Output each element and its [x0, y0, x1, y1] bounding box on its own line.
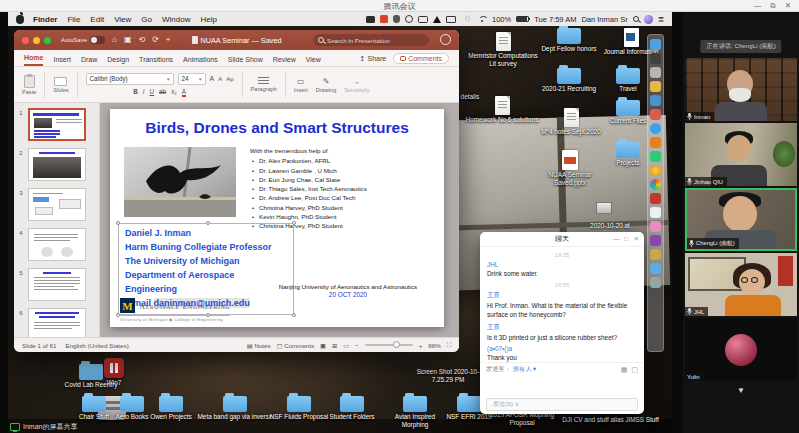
thumbnail-row[interactable]: 1	[14, 108, 99, 141]
add-icon[interactable]: +	[166, 36, 171, 44]
dock-app-icon[interactable]	[650, 263, 661, 274]
zoom-slider[interactable]	[365, 344, 413, 346]
thumbnail-row[interactable]: 4	[14, 228, 99, 261]
slide-thumbnail[interactable]	[28, 188, 86, 221]
video-tile[interactable]: Inman	[685, 58, 797, 121]
menu-file[interactable]: File	[67, 15, 80, 24]
undo-icon[interactable]: ⟲	[138, 36, 145, 44]
desktop-icon[interactable]: JIMSS Stuff	[620, 415, 664, 424]
shrink-font-button[interactable]: A	[218, 76, 222, 82]
search-icon[interactable]	[633, 16, 639, 22]
notification-center-icon[interactable]: ≣	[658, 15, 664, 24]
desktop-icon[interactable]: NUAA Seminar Saved.pptx	[532, 150, 608, 186]
fit-slide-icon[interactable]: ⛶	[447, 341, 451, 349]
dock-app-icon[interactable]	[650, 123, 661, 134]
notes-button[interactable]: ▤ Notes	[247, 342, 271, 349]
video-tile[interactable]: Jinhao QIU	[685, 123, 797, 186]
dock-app-icon[interactable]	[650, 53, 661, 64]
status-circle-icon[interactable]	[405, 15, 413, 23]
send-button[interactable]: 发送(S) ∨	[486, 398, 638, 411]
video-tile[interactable]: JHL	[685, 253, 797, 316]
slides-button[interactable]: Slides	[53, 77, 68, 93]
thumbnail-row[interactable]: 5	[14, 268, 99, 301]
more-participants-button[interactable]: ▼	[737, 386, 745, 395]
close-icon[interactable]: ✕	[634, 235, 639, 243]
zoom-in-icon[interactable]: +	[419, 342, 423, 349]
zoom-out-icon[interactable]: −	[355, 342, 359, 349]
video-tile-active-speaker[interactable]: ChengLi (南航)	[685, 188, 797, 251]
menu-go[interactable]: Go	[141, 15, 152, 24]
tab-transitions[interactable]: Transitions	[139, 56, 173, 66]
search-presentation-input[interactable]: Search in Presentation	[313, 34, 429, 46]
grow-font-button[interactable]: A	[210, 75, 215, 82]
desktop-icon[interactable]: M*4 notes Sept 2020	[536, 108, 606, 136]
sorter-view-icon[interactable]: ⊞	[332, 342, 337, 349]
dock-trash-icon[interactable]	[650, 277, 661, 288]
thumbnail-row[interactable]: 3	[14, 188, 99, 221]
dock-app-icon[interactable]	[650, 207, 661, 218]
menu-edit[interactable]: Edit	[90, 15, 104, 24]
desktop-icon[interactable]: Owen Projects	[144, 396, 198, 421]
desktop-icon[interactable]: Avian Inspired Morphing	[382, 396, 448, 428]
dock-app-icon[interactable]	[650, 151, 661, 162]
desktop-icon[interactable]: Student Folders	[324, 396, 380, 421]
tab-draw[interactable]: Draw	[81, 56, 97, 66]
tab-design[interactable]: Design	[107, 56, 129, 66]
font-size-select[interactable]: 24 ▾	[178, 73, 206, 85]
siri-icon[interactable]	[644, 15, 653, 24]
dock-app-icon[interactable]	[650, 235, 661, 246]
wifi-icon[interactable]	[478, 16, 487, 23]
comments-toggle-button[interactable]: ▢ Comments	[277, 342, 315, 349]
tab-view[interactable]: View	[306, 56, 321, 66]
dock-app-icon[interactable]	[650, 95, 661, 106]
maximize-icon[interactable]: ⧉	[770, 1, 775, 11]
paragraph-button[interactable]: Paragraph	[251, 77, 277, 92]
screenshot-icon[interactable]: ▢	[631, 366, 638, 374]
desktop-icon[interactable]	[594, 202, 614, 214]
menu-window[interactable]: Window	[162, 15, 190, 24]
menu-view[interactable]: View	[114, 15, 131, 24]
thumbnail-row[interactable]: 6	[14, 308, 99, 337]
helpers-textbox[interactable]: With the tremendous help of Dr. Alex Pan…	[250, 146, 436, 231]
desktop-icon[interactable]: Covid Lab Reentry	[58, 364, 124, 389]
strikethrough-button[interactable]: ab	[159, 88, 166, 97]
thumbnail-row[interactable]: 2	[14, 148, 99, 181]
clear-format-button[interactable]: Ap	[226, 76, 233, 82]
screenshot-file-label[interactable]: Screen Shot 2020-10- 7.25.29 PM	[404, 368, 492, 385]
maximize-icon[interactable]: □	[625, 235, 629, 243]
desktop-icon[interactable]: NSF Fluids Proposal	[268, 396, 330, 421]
close-icon[interactable]: ✕	[785, 1, 791, 11]
image-attach-icon[interactable]: ▦	[621, 366, 628, 374]
apple-icon[interactable]	[16, 15, 24, 24]
code-brackets-icon[interactable]: 〈〉	[461, 14, 473, 24]
slide-thumbnail[interactable]	[28, 308, 86, 337]
font-name-select[interactable]: Calibri (Body) ▾	[86, 73, 174, 85]
bold-button[interactable]: B	[133, 88, 138, 97]
redo-icon[interactable]: ⟳	[152, 36, 159, 44]
screen-recorder-icon[interactable]	[366, 16, 375, 23]
subscript-button[interactable]: x₂	[171, 88, 177, 97]
autosave-toggle[interactable]	[90, 36, 105, 44]
normal-view-icon[interactable]: ▣	[320, 342, 326, 349]
slideshow-view-icon[interactable]: ▭	[343, 342, 349, 349]
dock-app-icon[interactable]	[650, 193, 661, 204]
chat-titlebar[interactable]: 聊天 — □ ✕	[480, 232, 644, 247]
shield-icon[interactable]	[393, 15, 400, 23]
paste-button[interactable]: Paste	[22, 75, 36, 95]
save-icon[interactable]: ▣	[124, 36, 132, 44]
insert-button[interactable]: ▭ Insert	[294, 77, 308, 93]
tab-review[interactable]: Review	[273, 56, 296, 66]
dock-app-icon[interactable]	[650, 249, 661, 260]
menubar-user[interactable]: Dan Inman Sr	[581, 15, 627, 24]
minimize-traffic-light[interactable]	[33, 37, 40, 44]
tab-insert[interactable]: Insert	[53, 56, 71, 66]
dock-app-icon[interactable]	[650, 137, 661, 148]
chat-message-list[interactable]: 19:35 JHL Drink some water. 19:55 王晨 Hi …	[480, 247, 644, 362]
slide[interactable]: Birds, Drones and Smart Structures	[110, 109, 444, 327]
desktop-icon[interactable]: DJI CV and stuff alias	[560, 415, 626, 424]
dock-app-icon[interactable]	[650, 67, 661, 78]
slide-thumbnail[interactable]	[28, 268, 86, 301]
menubar-app-icon[interactable]	[380, 15, 388, 23]
slide-thumbnail-selected[interactable]	[28, 108, 86, 141]
underline-button[interactable]: U	[150, 88, 155, 97]
